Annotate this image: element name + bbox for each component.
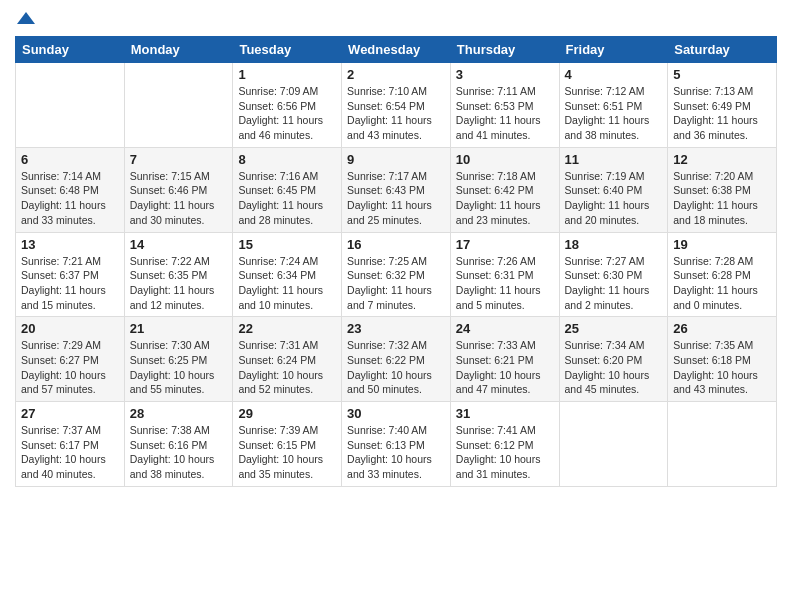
day-number: 16 <box>347 237 445 252</box>
calendar-cell <box>124 63 233 148</box>
calendar-cell <box>559 402 668 487</box>
day-of-week-header: Monday <box>124 37 233 63</box>
day-info: Sunrise: 7:09 AM Sunset: 6:56 PM Dayligh… <box>238 84 336 143</box>
day-info: Sunrise: 7:26 AM Sunset: 6:31 PM Dayligh… <box>456 254 554 313</box>
day-info: Sunrise: 7:12 AM Sunset: 6:51 PM Dayligh… <box>565 84 663 143</box>
day-of-week-header: Saturday <box>668 37 777 63</box>
calendar-table: SundayMondayTuesdayWednesdayThursdayFrid… <box>15 36 777 487</box>
calendar-cell: 4Sunrise: 7:12 AM Sunset: 6:51 PM Daylig… <box>559 63 668 148</box>
calendar-cell: 10Sunrise: 7:18 AM Sunset: 6:42 PM Dayli… <box>450 147 559 232</box>
calendar-cell: 18Sunrise: 7:27 AM Sunset: 6:30 PM Dayli… <box>559 232 668 317</box>
day-number: 2 <box>347 67 445 82</box>
calendar-cell: 3Sunrise: 7:11 AM Sunset: 6:53 PM Daylig… <box>450 63 559 148</box>
calendar-week-row: 13Sunrise: 7:21 AM Sunset: 6:37 PM Dayli… <box>16 232 777 317</box>
day-info: Sunrise: 7:18 AM Sunset: 6:42 PM Dayligh… <box>456 169 554 228</box>
day-info: Sunrise: 7:39 AM Sunset: 6:15 PM Dayligh… <box>238 423 336 482</box>
day-number: 19 <box>673 237 771 252</box>
day-number: 31 <box>456 406 554 421</box>
calendar-cell: 23Sunrise: 7:32 AM Sunset: 6:22 PM Dayli… <box>342 317 451 402</box>
calendar-cell: 17Sunrise: 7:26 AM Sunset: 6:31 PM Dayli… <box>450 232 559 317</box>
calendar-week-row: 6Sunrise: 7:14 AM Sunset: 6:48 PM Daylig… <box>16 147 777 232</box>
day-info: Sunrise: 7:31 AM Sunset: 6:24 PM Dayligh… <box>238 338 336 397</box>
day-number: 29 <box>238 406 336 421</box>
day-number: 15 <box>238 237 336 252</box>
day-of-week-header: Wednesday <box>342 37 451 63</box>
day-info: Sunrise: 7:14 AM Sunset: 6:48 PM Dayligh… <box>21 169 119 228</box>
day-info: Sunrise: 7:16 AM Sunset: 6:45 PM Dayligh… <box>238 169 336 228</box>
day-of-week-header: Tuesday <box>233 37 342 63</box>
calendar-cell: 22Sunrise: 7:31 AM Sunset: 6:24 PM Dayli… <box>233 317 342 402</box>
calendar-cell: 31Sunrise: 7:41 AM Sunset: 6:12 PM Dayli… <box>450 402 559 487</box>
calendar-cell: 24Sunrise: 7:33 AM Sunset: 6:21 PM Dayli… <box>450 317 559 402</box>
calendar-week-row: 27Sunrise: 7:37 AM Sunset: 6:17 PM Dayli… <box>16 402 777 487</box>
day-number: 8 <box>238 152 336 167</box>
day-info: Sunrise: 7:20 AM Sunset: 6:38 PM Dayligh… <box>673 169 771 228</box>
day-number: 10 <box>456 152 554 167</box>
day-info: Sunrise: 7:10 AM Sunset: 6:54 PM Dayligh… <box>347 84 445 143</box>
logo-icon <box>17 10 35 28</box>
calendar-week-row: 1Sunrise: 7:09 AM Sunset: 6:56 PM Daylig… <box>16 63 777 148</box>
calendar-cell <box>16 63 125 148</box>
calendar-cell: 15Sunrise: 7:24 AM Sunset: 6:34 PM Dayli… <box>233 232 342 317</box>
day-number: 22 <box>238 321 336 336</box>
day-number: 26 <box>673 321 771 336</box>
calendar-cell: 7Sunrise: 7:15 AM Sunset: 6:46 PM Daylig… <box>124 147 233 232</box>
calendar-cell: 28Sunrise: 7:38 AM Sunset: 6:16 PM Dayli… <box>124 402 233 487</box>
day-info: Sunrise: 7:17 AM Sunset: 6:43 PM Dayligh… <box>347 169 445 228</box>
day-info: Sunrise: 7:19 AM Sunset: 6:40 PM Dayligh… <box>565 169 663 228</box>
day-info: Sunrise: 7:40 AM Sunset: 6:13 PM Dayligh… <box>347 423 445 482</box>
day-number: 18 <box>565 237 663 252</box>
day-info: Sunrise: 7:35 AM Sunset: 6:18 PM Dayligh… <box>673 338 771 397</box>
calendar-header-row: SundayMondayTuesdayWednesdayThursdayFrid… <box>16 37 777 63</box>
day-info: Sunrise: 7:27 AM Sunset: 6:30 PM Dayligh… <box>565 254 663 313</box>
calendar-week-row: 20Sunrise: 7:29 AM Sunset: 6:27 PM Dayli… <box>16 317 777 402</box>
day-info: Sunrise: 7:37 AM Sunset: 6:17 PM Dayligh… <box>21 423 119 482</box>
day-number: 11 <box>565 152 663 167</box>
day-number: 4 <box>565 67 663 82</box>
day-number: 3 <box>456 67 554 82</box>
day-info: Sunrise: 7:38 AM Sunset: 6:16 PM Dayligh… <box>130 423 228 482</box>
calendar-cell: 12Sunrise: 7:20 AM Sunset: 6:38 PM Dayli… <box>668 147 777 232</box>
day-number: 5 <box>673 67 771 82</box>
calendar-cell: 30Sunrise: 7:40 AM Sunset: 6:13 PM Dayli… <box>342 402 451 487</box>
day-info: Sunrise: 7:34 AM Sunset: 6:20 PM Dayligh… <box>565 338 663 397</box>
calendar-cell: 8Sunrise: 7:16 AM Sunset: 6:45 PM Daylig… <box>233 147 342 232</box>
calendar-cell: 6Sunrise: 7:14 AM Sunset: 6:48 PM Daylig… <box>16 147 125 232</box>
calendar-cell: 13Sunrise: 7:21 AM Sunset: 6:37 PM Dayli… <box>16 232 125 317</box>
calendar-cell: 26Sunrise: 7:35 AM Sunset: 6:18 PM Dayli… <box>668 317 777 402</box>
day-number: 14 <box>130 237 228 252</box>
page-header <box>15 10 777 28</box>
day-number: 20 <box>21 321 119 336</box>
calendar-cell: 20Sunrise: 7:29 AM Sunset: 6:27 PM Dayli… <box>16 317 125 402</box>
day-number: 9 <box>347 152 445 167</box>
calendar-cell: 16Sunrise: 7:25 AM Sunset: 6:32 PM Dayli… <box>342 232 451 317</box>
day-info: Sunrise: 7:32 AM Sunset: 6:22 PM Dayligh… <box>347 338 445 397</box>
day-info: Sunrise: 7:33 AM Sunset: 6:21 PM Dayligh… <box>456 338 554 397</box>
svg-marker-0 <box>17 12 35 24</box>
day-number: 28 <box>130 406 228 421</box>
day-number: 6 <box>21 152 119 167</box>
day-info: Sunrise: 7:22 AM Sunset: 6:35 PM Dayligh… <box>130 254 228 313</box>
day-info: Sunrise: 7:41 AM Sunset: 6:12 PM Dayligh… <box>456 423 554 482</box>
day-info: Sunrise: 7:11 AM Sunset: 6:53 PM Dayligh… <box>456 84 554 143</box>
day-number: 7 <box>130 152 228 167</box>
day-info: Sunrise: 7:28 AM Sunset: 6:28 PM Dayligh… <box>673 254 771 313</box>
day-of-week-header: Thursday <box>450 37 559 63</box>
day-of-week-header: Sunday <box>16 37 125 63</box>
day-number: 21 <box>130 321 228 336</box>
day-info: Sunrise: 7:13 AM Sunset: 6:49 PM Dayligh… <box>673 84 771 143</box>
day-info: Sunrise: 7:21 AM Sunset: 6:37 PM Dayligh… <box>21 254 119 313</box>
day-number: 1 <box>238 67 336 82</box>
day-number: 27 <box>21 406 119 421</box>
calendar-cell: 27Sunrise: 7:37 AM Sunset: 6:17 PM Dayli… <box>16 402 125 487</box>
calendar-cell: 5Sunrise: 7:13 AM Sunset: 6:49 PM Daylig… <box>668 63 777 148</box>
day-of-week-header: Friday <box>559 37 668 63</box>
calendar-cell: 29Sunrise: 7:39 AM Sunset: 6:15 PM Dayli… <box>233 402 342 487</box>
calendar-cell: 11Sunrise: 7:19 AM Sunset: 6:40 PM Dayli… <box>559 147 668 232</box>
calendar-cell: 21Sunrise: 7:30 AM Sunset: 6:25 PM Dayli… <box>124 317 233 402</box>
calendar-cell: 9Sunrise: 7:17 AM Sunset: 6:43 PM Daylig… <box>342 147 451 232</box>
day-info: Sunrise: 7:24 AM Sunset: 6:34 PM Dayligh… <box>238 254 336 313</box>
day-info: Sunrise: 7:30 AM Sunset: 6:25 PM Dayligh… <box>130 338 228 397</box>
day-number: 17 <box>456 237 554 252</box>
calendar-cell: 19Sunrise: 7:28 AM Sunset: 6:28 PM Dayli… <box>668 232 777 317</box>
